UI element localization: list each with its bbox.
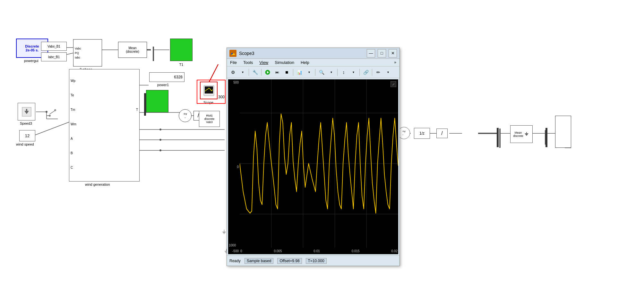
t1-block[interactable]: T1	[170, 39, 193, 61]
menu-expand-arrow[interactable]: »	[393, 59, 398, 66]
rms-block[interactable]: RMS discrete Vab3	[199, 111, 220, 127]
svg-rect-50	[526, 132, 527, 134]
edit-button[interactable]: ✏	[374, 68, 382, 76]
menu-view[interactable]: View	[258, 59, 270, 66]
scope-icon	[203, 85, 215, 96]
plot-expand-icon[interactable]: ⤢	[391, 81, 396, 87]
sum-block[interactable]: +v-	[179, 109, 192, 122]
settings-dropdown[interactable]: ▾	[238, 68, 247, 76]
chart-dropdown[interactable]: ▾	[305, 68, 313, 76]
x-axis-labels: 0 0.005 0.01 0.015 0.02	[240, 248, 398, 254]
integrator-label: 1/z	[419, 131, 425, 136]
edit-dropdown[interactable]: ▾	[384, 68, 392, 76]
minimize-button[interactable]: —	[367, 49, 375, 58]
speed3-label: Speed3	[20, 121, 32, 125]
scope-titlebar: Scope3 — □ ✕	[227, 48, 399, 59]
mean-discrete-label: Mean (discrete)	[126, 46, 139, 53]
svg-rect-45	[205, 86, 213, 94]
sum-right-label: +v-	[402, 130, 406, 136]
scope-plot-area: 500 0 -500 1000	[228, 79, 398, 254]
svg-line-18	[35, 122, 69, 135]
maximize-button[interactable]: □	[378, 49, 386, 58]
menu-help[interactable]: Help	[299, 59, 311, 66]
status-ready: Ready	[229, 259, 241, 263]
a-port: A	[71, 137, 73, 140]
fit-dropdown[interactable]: ▾	[349, 68, 357, 76]
step-forward-button[interactable]: ⏭	[273, 68, 281, 76]
scope-num-label: 300	[218, 95, 225, 99]
green-block-inner[interactable]	[146, 90, 168, 112]
iabc-arrow: →	[53, 55, 56, 58]
stop-button[interactable]: ⏹	[283, 68, 291, 76]
vabc-arrow: →	[53, 44, 56, 48]
step-forward-icon: ⏭	[275, 70, 279, 75]
mean-disc-down-icon	[523, 132, 530, 137]
x-label-0: 0	[240, 249, 242, 253]
powergui-label: powergui	[24, 59, 39, 63]
mean-disc-right-block[interactable]: Mean discrete	[510, 125, 533, 143]
toolbar-sep-4	[315, 69, 315, 76]
maximize-icon: □	[381, 51, 383, 56]
transfer-fn-right[interactable]: /	[436, 129, 448, 138]
play-icon	[265, 70, 270, 75]
fit-y-button[interactable]: ↕	[339, 68, 348, 76]
wrench-icon: 🔧	[253, 70, 258, 75]
play-button[interactable]	[263, 68, 272, 76]
tools-button[interactable]: 🔧	[251, 68, 259, 76]
sample-based-badge: Sample based	[245, 258, 274, 264]
tm-port: Tm	[71, 108, 75, 111]
zoom-in-icon: 🔍	[319, 70, 324, 75]
offset-badge: Offset=9.98	[277, 258, 302, 264]
menu-file[interactable]: File	[229, 59, 238, 66]
y-label-0: 0	[237, 165, 239, 169]
wind-gen-block[interactable]: Wp Te Tm Wm A B C T	[69, 69, 140, 182]
svg-rect-51	[229, 50, 236, 57]
wind-speed-value: 12	[25, 133, 30, 138]
speed3-icon	[22, 107, 31, 117]
close-button[interactable]: ✕	[389, 49, 397, 58]
scope-menubar: File Tools View Simulation Help »	[227, 59, 399, 67]
link-axes-button[interactable]: 🔗	[362, 68, 370, 76]
svg-line-15	[50, 111, 55, 114]
scope-title-left: Scope3	[229, 50, 254, 57]
svg-point-17	[55, 110, 56, 111]
mean-discrete-block[interactable]: Mean (discrete)	[118, 42, 147, 58]
far-right-block[interactable]	[555, 116, 571, 148]
integrator-block[interactable]: 1/z	[414, 128, 430, 139]
mux-bar-right	[497, 128, 499, 147]
settings-button[interactable]: ⚙	[229, 68, 237, 76]
minimize-icon: —	[369, 51, 373, 56]
matlab-icon	[229, 50, 236, 57]
menu-tools[interactable]: Tools	[242, 59, 254, 66]
three-phase-block[interactable]: Vabc PQ Iabc	[73, 39, 102, 67]
wm-port: Wm	[71, 122, 76, 126]
wind-speed-label: wind speed	[16, 142, 34, 146]
svg-point-22	[159, 129, 161, 130]
ground-symbol-1: ⏚	[222, 228, 226, 235]
svg-point-16	[49, 115, 50, 116]
toolbar-sep-7	[372, 69, 372, 76]
close-icon: ✕	[391, 51, 395, 56]
scope-small-block[interactable]	[200, 82, 218, 99]
wp-port: Wp	[71, 79, 75, 83]
svg-point-23	[159, 139, 161, 141]
zoom-dropdown[interactable]: ▾	[327, 68, 335, 76]
y-label-1000: 1000	[229, 244, 236, 247]
chart-button[interactable]: 📊	[295, 68, 304, 76]
scope-plot-svg	[240, 79, 398, 248]
x-label-0005: 0.005	[274, 249, 282, 253]
x-label-001: 0.01	[313, 249, 320, 253]
stop-icon: ⏹	[285, 70, 289, 75]
zoom-in-button[interactable]: 🔍	[317, 68, 326, 76]
svg-rect-48	[26, 109, 27, 111]
x-label-0015: 0.015	[352, 249, 360, 253]
powergui-title: Discrete 2e-05 s.	[25, 44, 39, 52]
te-port: Te	[71, 94, 74, 97]
speed3-block[interactable]	[18, 103, 35, 120]
toolbar-sep-3	[293, 69, 293, 76]
link-icon: 🔗	[363, 70, 369, 75]
menu-simulation[interactable]: Simulation	[273, 59, 296, 66]
t-port: T	[136, 108, 138, 111]
svg-marker-49	[525, 133, 528, 136]
power1-value: 6328	[174, 75, 183, 79]
